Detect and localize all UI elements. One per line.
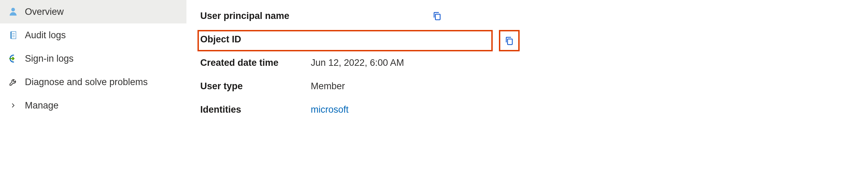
row-identities: Identities microsoft [200, 98, 854, 121]
sidebar: Overview Audit logs Sign-in [0, 0, 186, 195]
sidebar-item-signin-logs[interactable]: Sign-in logs [0, 47, 186, 70]
svg-rect-6 [435, 14, 440, 20]
row-created-date-time: Created date time Jun 12, 2022, 6:00 AM [200, 51, 854, 74]
row-object-id: Object ID [200, 28, 854, 51]
label-created-date-time: Created date time [200, 58, 311, 68]
label-object-id: Object ID [200, 34, 311, 45]
row-user-type: User type Member [200, 74, 854, 98]
sidebar-item-label: Audit logs [25, 30, 66, 41]
log-icon [8, 30, 19, 41]
svg-point-0 [11, 8, 15, 12]
sidebar-item-diagnose[interactable]: Diagnose and solve problems [0, 70, 186, 94]
main-content: User principal name Object ID Created da… [186, 0, 868, 195]
signin-icon [8, 53, 19, 64]
sidebar-item-manage[interactable]: Manage [0, 94, 186, 117]
wrench-icon [8, 76, 19, 88]
svg-rect-7 [508, 39, 512, 44]
value-user-type: Member [311, 81, 345, 92]
row-user-principal-name: User principal name [200, 4, 854, 28]
person-icon [8, 6, 19, 17]
sidebar-item-audit-logs[interactable]: Audit logs [0, 23, 186, 47]
copy-icon[interactable] [432, 10, 443, 21]
value-created-date-time: Jun 12, 2022, 6:00 AM [311, 58, 404, 68]
label-user-type: User type [200, 81, 311, 92]
sidebar-item-label: Diagnose and solve problems [25, 77, 148, 88]
value-identities[interactable]: microsoft [311, 104, 349, 115]
sidebar-item-overview[interactable]: Overview [0, 0, 186, 23]
sidebar-item-label: Manage [25, 100, 59, 111]
chevron-right-icon [8, 100, 19, 111]
label-user-principal-name: User principal name [200, 11, 311, 21]
sidebar-item-label: Sign-in logs [25, 53, 74, 64]
copy-icon[interactable] [504, 35, 515, 46]
label-identities: Identities [200, 104, 311, 115]
sidebar-item-label: Overview [25, 7, 64, 17]
